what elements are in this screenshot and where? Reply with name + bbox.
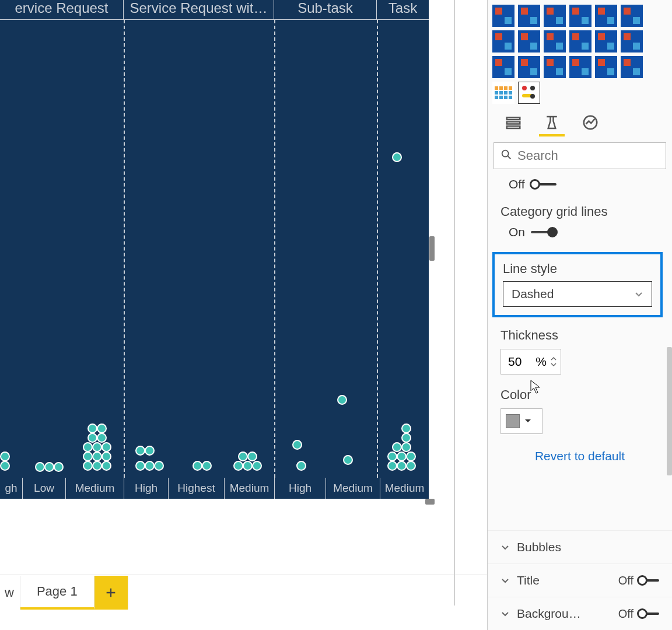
viz-type-icon[interactable] [595,5,617,27]
viz-type-matrix-icon[interactable] [492,82,514,104]
viz-type-icon[interactable] [544,5,566,27]
data-point[interactable] [397,461,407,471]
viz-type-icon[interactable] [621,5,643,27]
accordion-background[interactable]: Backgrou… Off [488,597,672,630]
data-point[interactable] [35,462,45,472]
data-point[interactable] [83,461,93,471]
column-headers: ervice Request Service Request wit… Sub-… [0,0,429,20]
revert-to-default-link[interactable]: Revert to default [501,449,659,463]
data-point[interactable] [154,461,164,471]
x-tick: Medium [65,478,124,499]
tab-page-1[interactable]: Page 1 [20,576,94,610]
viz-type-icon[interactable] [595,30,617,52]
viz-type-icon[interactable] [518,5,540,27]
data-point[interactable] [202,461,212,471]
data-point[interactable] [83,452,93,461]
data-point[interactable] [292,440,302,450]
data-point[interactable] [387,461,397,471]
viz-type-icon[interactable] [595,56,617,78]
color-picker[interactable] [501,408,542,434]
viz-type-icon[interactable] [621,30,643,52]
viz-type-icon[interactable] [492,5,514,27]
viz-type-icon[interactable] [569,56,592,78]
tab-partial[interactable]: w [0,576,20,610]
data-point[interactable] [54,462,64,472]
format-tab[interactable] [539,111,565,136]
viz-type-icon[interactable] [492,30,514,52]
data-point[interactable] [252,461,262,471]
accordion-title[interactable]: Title Off [488,564,672,597]
data-point[interactable] [102,452,111,461]
viz-type-icon[interactable] [569,5,592,27]
data-point[interactable] [247,452,257,461]
dot-plot-visual[interactable]: ervice Request Service Request wit… Sub-… [0,0,429,499]
data-point[interactable] [135,446,145,456]
data-point[interactable] [192,461,202,471]
data-point[interactable] [243,461,253,471]
data-point[interactable] [145,461,155,471]
data-point[interactable] [387,452,397,461]
data-point[interactable] [296,461,306,471]
data-point[interactable] [88,433,97,443]
background-toggle[interactable]: Off [618,607,659,621]
data-point[interactable] [392,152,402,162]
data-point[interactable] [135,461,145,471]
search-icon [500,148,513,163]
prev-toggle[interactable]: Off [509,177,659,191]
data-point[interactable] [102,442,111,452]
data-point[interactable] [233,461,243,471]
data-point[interactable] [145,446,155,456]
plot-area [0,20,429,478]
svg-rect-0 [507,117,520,120]
data-point[interactable] [0,452,10,461]
title-toggle[interactable]: Off [618,574,659,587]
thickness-stepper[interactable]: 50 % [501,349,561,374]
column-header: ervice Request [0,0,124,20]
data-point[interactable] [343,455,353,465]
search-input[interactable] [517,148,672,163]
data-point[interactable] [92,452,102,461]
data-point[interactable] [44,462,54,472]
resize-handle[interactable] [425,499,435,505]
viz-type-icon[interactable] [544,56,566,78]
data-point[interactable] [337,395,347,405]
viz-type-icon[interactable] [569,30,592,52]
x-tick: Medium [326,478,380,499]
data-point[interactable] [397,452,407,461]
add-page-button[interactable] [94,576,128,610]
category-grid-lines-toggle[interactable]: On [509,225,659,239]
data-point[interactable] [401,442,411,452]
data-point[interactable] [102,461,111,471]
data-point[interactable] [406,461,416,471]
step-down-icon[interactable] [550,362,557,368]
data-point[interactable] [97,424,107,433]
data-point[interactable] [392,442,402,452]
panel-scrollbar[interactable] [667,347,672,475]
viz-type-icon[interactable] [621,56,643,78]
line-style-select[interactable]: Dashed [503,281,652,307]
data-point[interactable] [97,433,107,443]
viz-type-icon[interactable] [518,56,540,78]
step-up-icon[interactable] [550,356,557,362]
data-point[interactable] [92,461,102,471]
viz-type-icon[interactable] [544,30,566,52]
data-point[interactable] [401,433,411,443]
search-box[interactable] [494,142,666,169]
chevron-down-icon [634,289,643,299]
data-point[interactable] [0,461,10,471]
fields-tab[interactable] [501,111,526,136]
analytics-tab[interactable] [578,111,603,136]
viz-type-icon[interactable] [492,56,514,78]
viz-type-dotplot-icon[interactable] [518,82,540,104]
data-point[interactable] [88,424,97,433]
data-point[interactable] [401,424,411,433]
data-point[interactable] [83,442,93,452]
data-point[interactable] [238,452,248,461]
data-point[interactable] [92,442,102,452]
chevron-down-icon [501,609,510,618]
viz-type-icon[interactable] [518,30,540,52]
accordion-bubbles[interactable]: Bubbles [488,530,672,564]
vertical-scrollbar[interactable] [429,236,435,261]
data-point[interactable] [406,452,416,461]
x-tick: High [274,478,326,499]
